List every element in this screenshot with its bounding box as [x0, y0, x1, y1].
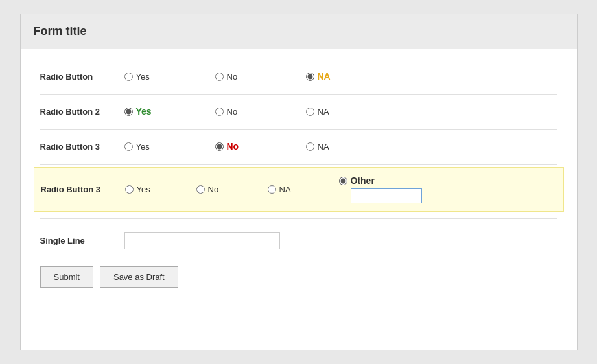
radio-label-no-1: No	[227, 72, 238, 82]
radio-option-no-4[interactable]: No	[196, 185, 268, 194]
field-label-1: Radio Button	[40, 72, 124, 82]
radio-option-no-1[interactable]: No	[215, 72, 306, 82]
radio-yes-4[interactable]	[125, 185, 134, 194]
radio-other-4[interactable]	[339, 177, 347, 185]
save-draft-button[interactable]: Save as Draft	[100, 266, 178, 288]
radio-option-yes-3[interactable]: Yes	[124, 142, 215, 152]
radio-no-2[interactable]	[215, 108, 224, 116]
submit-button[interactable]: Submit	[40, 266, 93, 288]
single-line-input[interactable]	[124, 232, 280, 249]
radio-label-na-2: NA	[318, 107, 329, 117]
radio-na-2[interactable]	[306, 108, 314, 116]
radio-option-na-2[interactable]: NA	[306, 107, 397, 117]
other-input-wrapper: Other	[351, 176, 422, 203]
radio-option-other-4[interactable]: Other	[339, 176, 430, 203]
radio-group-4: Yes No NA Other	[125, 176, 557, 203]
form-header: Form title	[21, 14, 577, 49]
radio-option-na-4[interactable]: NA	[268, 185, 339, 194]
divider-2	[40, 129, 557, 130]
radio-no-4[interactable]	[196, 185, 205, 194]
form-title: Form title	[34, 25, 87, 38]
radio-label-na-1: NA	[318, 71, 331, 82]
radio-label-na-3: NA	[318, 142, 329, 152]
radio-yes-1[interactable]	[124, 73, 133, 81]
radio-group-3: Yes No NA	[124, 141, 557, 152]
radio-no-1[interactable]	[215, 73, 224, 81]
single-line-row: Single Line	[40, 222, 557, 260]
radio-na-1[interactable]	[306, 73, 314, 81]
radio-option-yes-2[interactable]: Yes	[124, 106, 215, 117]
radio-option-na-1[interactable]: NA	[306, 71, 397, 82]
radio-yes-2[interactable]	[124, 108, 133, 116]
radio-label-other-4: Other	[351, 176, 422, 186]
radio-label-no-2: No	[227, 107, 238, 117]
divider-3	[40, 164, 557, 165]
radio-group-2: Yes No NA	[124, 106, 557, 117]
radio-label-yes-3: Yes	[136, 142, 150, 152]
single-line-label: Single Line	[40, 236, 124, 245]
radio-label-no-3: No	[227, 141, 239, 152]
radio-row-4: Radio Button 3 Yes No NA Other	[34, 167, 564, 212]
radio-na-3[interactable]	[306, 142, 314, 151]
radio-option-no-2[interactable]: No	[215, 107, 306, 117]
radio-row-2: Radio Button 2 Yes No NA	[40, 97, 557, 126]
divider-4	[40, 218, 557, 219]
field-label-3: Radio Button 3	[40, 142, 124, 152]
radio-label-no-4: No	[208, 185, 219, 194]
radio-label-yes-2: Yes	[136, 106, 152, 117]
radio-yes-3[interactable]	[124, 142, 133, 151]
field-label-2: Radio Button 2	[40, 107, 124, 117]
radio-label-na-4: NA	[279, 185, 291, 194]
buttons-row: Submit Save as Draft	[40, 260, 557, 294]
radio-option-no-3[interactable]: No	[215, 141, 306, 152]
form-body: Radio Button Yes No NA Radio Button 2	[21, 49, 577, 307]
radio-option-yes-4[interactable]: Yes	[125, 185, 196, 194]
divider-1	[40, 94, 557, 95]
radio-group-1: Yes No NA	[124, 71, 557, 82]
radio-label-yes-4: Yes	[137, 185, 150, 194]
radio-na-4[interactable]	[268, 185, 276, 194]
radio-row-3: Radio Button 3 Yes No NA	[40, 132, 557, 161]
radio-option-na-3[interactable]: NA	[306, 142, 397, 152]
radio-label-yes-1: Yes	[136, 72, 150, 82]
radio-option-yes-1[interactable]: Yes	[124, 72, 215, 82]
other-text-field[interactable]	[351, 188, 422, 203]
radio-no-3[interactable]	[215, 142, 224, 151]
field-label-4: Radio Button 3	[41, 185, 125, 194]
radio-row-1: Radio Button Yes No NA	[40, 62, 557, 91]
form-container: Form title Radio Button Yes No NA	[20, 14, 578, 350]
